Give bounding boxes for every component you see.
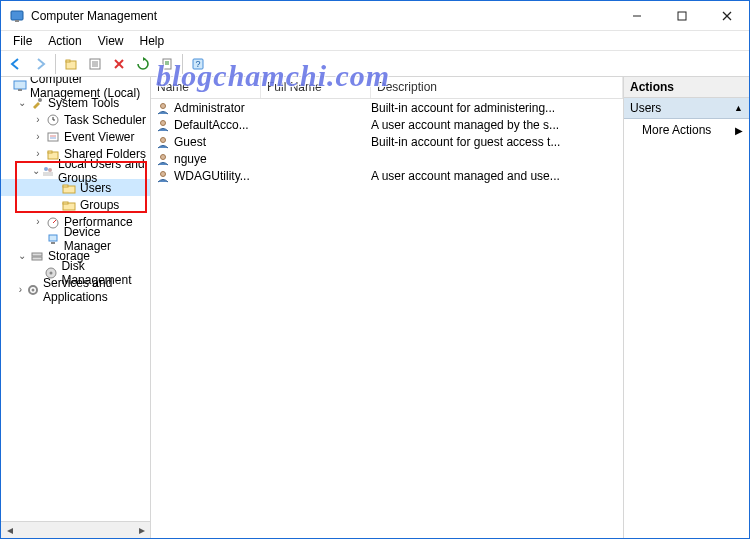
chevron-down-icon[interactable]: ⌄ — [15, 97, 29, 108]
menu-action[interactable]: Action — [40, 32, 89, 50]
window-title: Computer Management — [31, 9, 614, 23]
chevron-right-icon[interactable]: › — [31, 216, 45, 227]
tree-groups[interactable]: Groups — [1, 196, 150, 213]
users-groups-icon — [41, 163, 55, 179]
svg-rect-23 — [48, 133, 58, 141]
user-list: AdministratorBuilt-in account for admini… — [151, 99, 623, 538]
delete-button[interactable] — [108, 53, 130, 75]
actions-more-label: More Actions — [642, 123, 711, 137]
actions-more[interactable]: More Actions ▶ — [624, 119, 749, 141]
chevron-right-icon[interactable]: › — [31, 114, 45, 125]
user-row[interactable]: DefaultAcco...A user account managed by … — [151, 116, 623, 133]
svg-rect-0 — [11, 11, 23, 20]
actions-scope[interactable]: Users ▲ — [624, 98, 749, 119]
user-row[interactable]: AdministratorBuilt-in account for admini… — [151, 99, 623, 116]
help-button[interactable]: ? — [187, 53, 209, 75]
user-row[interactable]: GuestBuilt-in account for guest access t… — [151, 133, 623, 150]
scroll-right-button[interactable]: ▸ — [133, 523, 150, 538]
storage-icon — [29, 248, 45, 264]
app-icon — [9, 8, 25, 24]
back-button[interactable] — [5, 53, 27, 75]
forward-button[interactable] — [29, 53, 51, 75]
list-pane: Name Full Name Description Administrator… — [151, 77, 624, 538]
svg-rect-32 — [63, 185, 68, 187]
tree-root[interactable]: Computer Management (Local) — [1, 77, 150, 94]
svg-rect-38 — [51, 242, 55, 244]
chevron-right-icon: ▶ — [735, 125, 743, 136]
export-button[interactable] — [156, 53, 178, 75]
user-name: Administrator — [174, 101, 245, 115]
svg-rect-40 — [32, 257, 42, 260]
user-description: A user account managed by the s... — [371, 118, 623, 132]
menu-view[interactable]: View — [90, 32, 132, 50]
properties-button[interactable] — [84, 53, 106, 75]
svg-rect-18 — [18, 89, 22, 91]
svg-point-42 — [50, 271, 53, 274]
svg-rect-3 — [678, 12, 686, 20]
chevron-right-icon[interactable]: › — [31, 131, 45, 142]
horizontal-scrollbar[interactable]: ◂ ▸ — [1, 521, 150, 538]
actions-pane: Actions Users ▲ More Actions ▶ — [624, 77, 749, 538]
maximize-button[interactable] — [659, 1, 704, 31]
svg-rect-30 — [43, 172, 53, 176]
chevron-right-icon[interactable]: › — [15, 284, 26, 295]
tree-services-apps[interactable]: › Services and Applications — [1, 281, 150, 298]
svg-text:?: ? — [195, 59, 200, 69]
svg-point-29 — [48, 168, 52, 172]
user-description: A user account managed and use... — [371, 169, 623, 183]
svg-point-19 — [38, 98, 42, 102]
svg-rect-7 — [66, 60, 70, 62]
user-row[interactable]: WDAGUtility...A user account managed and… — [151, 167, 623, 184]
list-header: Name Full Name Description — [151, 77, 623, 99]
svg-point-28 — [44, 167, 48, 171]
svg-point-49 — [161, 171, 166, 176]
column-full-name[interactable]: Full Name — [261, 77, 371, 98]
svg-point-47 — [161, 137, 166, 142]
user-name: WDAGUtility... — [174, 169, 250, 183]
menu-help[interactable]: Help — [132, 32, 173, 50]
tree-event-viewer[interactable]: › Event Viewer — [1, 128, 150, 145]
user-description: Built-in account for guest access t... — [371, 135, 623, 149]
user-icon — [155, 134, 171, 150]
device-icon — [45, 231, 61, 247]
svg-rect-37 — [49, 235, 57, 241]
user-icon — [155, 117, 171, 133]
menu-bar: File Action View Help — [1, 31, 749, 51]
scroll-left-button[interactable]: ◂ — [1, 523, 18, 538]
user-icon — [155, 168, 171, 184]
chevron-down-icon[interactable]: ⌄ — [31, 165, 41, 176]
user-row[interactable]: nguye — [151, 150, 623, 167]
services-icon — [26, 282, 40, 298]
close-button[interactable] — [704, 1, 749, 31]
actions-header: Actions — [624, 77, 749, 98]
svg-rect-1 — [15, 20, 19, 22]
tree-device-manager[interactable]: Device Manager — [1, 230, 150, 247]
performance-icon — [45, 214, 61, 230]
toolbar-separator — [182, 54, 183, 74]
svg-rect-39 — [32, 253, 42, 256]
folder-icon — [61, 180, 77, 196]
chevron-down-icon[interactable]: ⌄ — [15, 250, 29, 261]
up-button[interactable] — [60, 53, 82, 75]
svg-rect-27 — [48, 151, 52, 153]
tree-task-scheduler[interactable]: › Task Scheduler — [1, 111, 150, 128]
column-name[interactable]: Name — [151, 77, 261, 98]
computer-icon — [13, 78, 27, 94]
collapse-up-icon: ▲ — [734, 103, 743, 113]
tree-pane: Computer Management (Local) ⌄ System Too… — [1, 77, 151, 538]
folder-icon — [61, 197, 77, 213]
user-name: DefaultAcco... — [174, 118, 249, 132]
toolbar-separator — [55, 54, 56, 74]
tree-local-users-groups[interactable]: ⌄ Local Users and Groups — [1, 162, 150, 179]
svg-point-45 — [161, 103, 166, 108]
menu-file[interactable]: File — [5, 32, 40, 50]
clock-icon — [45, 112, 61, 128]
svg-rect-34 — [63, 202, 68, 204]
svg-rect-17 — [14, 81, 26, 89]
svg-point-48 — [161, 154, 166, 159]
column-description[interactable]: Description — [371, 77, 623, 98]
refresh-button[interactable] — [132, 53, 154, 75]
svg-point-44 — [31, 288, 34, 291]
chevron-right-icon[interactable]: › — [31, 148, 45, 159]
minimize-button[interactable] — [614, 1, 659, 31]
